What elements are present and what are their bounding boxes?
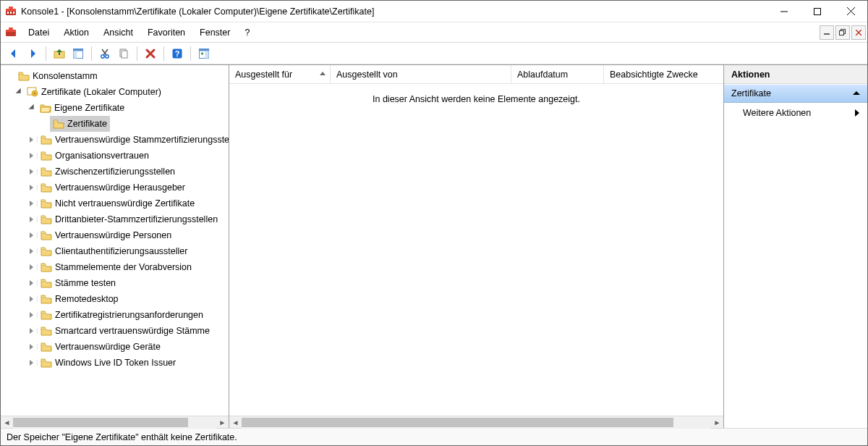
tree-folder-node[interactable]: Smartcard vertrauenswürdige Stämme — [38, 323, 213, 339]
forward-button[interactable] — [24, 45, 41, 62]
actions-section[interactable]: Zertifikate — [724, 84, 867, 103]
back-button[interactable] — [5, 45, 22, 62]
tree-folder-node[interactable]: Stämme testen — [38, 275, 119, 291]
scroll-right-icon[interactable]: ► — [711, 416, 723, 429]
svg-rect-21 — [74, 51, 77, 58]
cut-button[interactable] — [96, 45, 114, 62]
folder-icon — [41, 341, 52, 353]
tree-folder-node[interactable]: Zertifikatregistrierungsanforderungen — [38, 307, 206, 323]
svg-rect-12 — [9, 28, 13, 30]
tree-folder-node[interactable]: Clientauthentifizierungsaussteller — [38, 243, 190, 259]
scroll-right-icon[interactable]: ► — [216, 416, 229, 429]
tree-folder-label: Vertrauenswürdige Herausgeber — [55, 180, 185, 195]
app-mmc-icon — [5, 6, 17, 17]
minimize-button[interactable] — [767, 1, 801, 22]
scroll-left-icon[interactable]: ◄ — [229, 416, 242, 429]
mdi-minimize-button[interactable] — [820, 25, 834, 40]
svg-rect-11 — [6, 30, 16, 32]
menu-fenster[interactable]: Fenster — [192, 25, 237, 41]
actions-more-link[interactable]: Weitere Aktionen — [724, 103, 867, 123]
scroll-left-icon[interactable]: ◄ — [1, 416, 13, 429]
menu-datei[interactable]: Datei — [21, 25, 56, 41]
main-area: Konsolenstamm Zertifikate (Lokaler Compu… — [1, 64, 867, 428]
tree-folder-node[interactable]: Vertrauenswürdige Personen — [38, 227, 174, 243]
tree-personal[interactable]: Eigene Zertifikate — [37, 100, 127, 116]
mdi-restore-button[interactable] — [835, 25, 850, 40]
help-button[interactable]: ? — [169, 45, 186, 62]
delete-button[interactable] — [142, 45, 159, 62]
show-hide-tree-button[interactable] — [69, 45, 87, 62]
tree-twisty-collapsed[interactable] — [25, 185, 38, 190]
tree-twisty-collapsed[interactable] — [25, 296, 38, 302]
tree-folder-label: Zertifikatregistrierungsanforderungen — [55, 307, 203, 323]
col-issued-by[interactable]: Ausgestellt von — [331, 65, 511, 83]
tree-twisty-collapsed[interactable] — [25, 169, 38, 174]
folder-icon — [41, 134, 52, 146]
tree-folder-node[interactable]: Vertrauenswürdige Stammzertifizierungsst… — [38, 132, 229, 148]
svg-rect-5 — [13, 12, 14, 14]
close-button[interactable] — [834, 1, 867, 22]
window-controls — [767, 1, 867, 22]
tree-folder-label: Windows Live ID Token Issuer — [55, 355, 176, 371]
tree-twisty-collapsed[interactable] — [25, 216, 38, 222]
mdi-close-button[interactable] — [851, 25, 866, 40]
tree-twisty-collapsed[interactable] — [25, 264, 38, 270]
menu-favoriten[interactable]: Favoriten — [140, 25, 192, 41]
menubar: Datei Aktion Ansicht Favoriten Fenster ? — [21, 22, 820, 42]
toolbar-separator — [137, 46, 137, 61]
col-issued-to[interactable]: Ausgestellt für — [229, 65, 331, 83]
tree-folder-label: Vertrauenswürdige Stammzertifizierungsst… — [55, 132, 229, 148]
tree-twisty-collapsed[interactable] — [25, 232, 38, 238]
tree-twisty-collapsed[interactable] — [25, 137, 38, 143]
tree-twisty-collapsed[interactable] — [25, 360, 38, 366]
tree-snapin[interactable]: Zertifikate (Lokaler Computer) — [24, 84, 164, 100]
tree-folder-node[interactable]: Vertrauenswürdige Geräte — [38, 339, 163, 355]
tree-selected-node[interactable]: Zertifikate — [50, 116, 110, 132]
menu-help[interactable]: ? — [237, 25, 257, 41]
tree-folder-node[interactable]: Stammelemente der Vorabversion — [38, 259, 195, 275]
list-empty-message: In dieser Ansicht werden keine Elemente … — [229, 84, 723, 104]
tree-snapin-label: Zertifikate (Lokaler Computer) — [41, 84, 161, 100]
tree-twisty-expanded[interactable] — [25, 104, 37, 112]
tree-folder-node[interactable]: Zwischenzertifizierungsstellen — [38, 164, 178, 180]
folder-icon — [41, 277, 52, 289]
list-body[interactable]: In dieser Ansicht werden keine Elemente … — [229, 84, 723, 416]
statusbar-text: Der Speicher "Eigene Zertifikate" enthäl… — [7, 432, 237, 442]
tree-folder-node[interactable]: Drittanbieter-Stammzertifizierungsstelle… — [38, 211, 221, 227]
tree-twisty-collapsed[interactable] — [25, 312, 38, 318]
tree-root[interactable]: Konsolenstamm — [15, 68, 101, 84]
tree-folder-node[interactable]: Organisationsvertrauen — [38, 148, 152, 164]
tree-folder-node[interactable]: Vertrauenswürdige Herausgeber — [38, 180, 188, 195]
tree-twisty-collapsed[interactable] — [25, 344, 38, 350]
tree-folder-node[interactable]: Remotedesktop — [38, 291, 122, 307]
tree-twisty-expanded[interactable] — [12, 88, 24, 96]
tree-twisty-collapsed[interactable] — [25, 201, 38, 206]
svg-rect-33 — [200, 49, 209, 51]
folder-icon — [41, 325, 52, 337]
tree-twisty-collapsed[interactable] — [25, 328, 38, 334]
col-expiration[interactable]: Ablaufdatum — [511, 65, 604, 83]
tree-twisty-collapsed[interactable] — [25, 248, 38, 254]
tree-twisty-collapsed[interactable] — [25, 280, 38, 286]
menubar-row: Datei Aktion Ansicht Favoriten Fenster ? — [1, 22, 867, 43]
tree-folder-node[interactable]: Nicht vertrauenswürdige Zertifikate — [38, 195, 197, 211]
tree-folder-node[interactable]: Windows Live ID Token Issuer — [38, 355, 179, 371]
folder-icon — [41, 182, 52, 193]
up-one-level-button[interactable] — [51, 45, 68, 62]
col-purposes[interactable]: Beabsichtigte Zwecke — [604, 65, 723, 83]
menu-aktion[interactable]: Aktion — [56, 25, 96, 41]
tree-body[interactable]: Konsolenstamm Zertifikate (Lokaler Compu… — [1, 65, 229, 416]
action-pane-button[interactable] — [195, 45, 213, 62]
svg-rect-27 — [122, 51, 127, 58]
tree-twisty-collapsed[interactable] — [25, 153, 38, 159]
tree-h-scrollbar[interactable]: ◄ ► — [1, 416, 229, 428]
toolbar-separator — [46, 46, 46, 61]
actions-body — [724, 123, 867, 428]
menu-ansicht[interactable]: Ansicht — [96, 25, 140, 41]
list-h-scrollbar[interactable]: ◄ ► — [229, 416, 723, 428]
copy-button[interactable] — [115, 45, 132, 62]
maximize-button[interactable] — [801, 1, 834, 22]
folder-icon — [41, 309, 52, 321]
tree-folder-label: Vertrauenswürdige Personen — [55, 227, 171, 243]
tree-root-label: Konsolenstamm — [33, 68, 98, 84]
